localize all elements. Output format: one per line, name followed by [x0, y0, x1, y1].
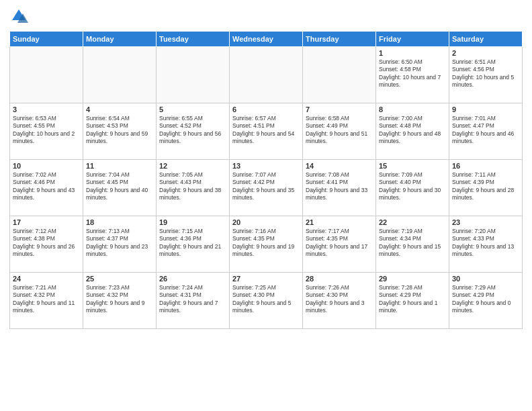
day-number: 9 [452, 105, 519, 113]
day-info: Sunrise: 7:20 AM Sunset: 4:33 PM Dayligh… [452, 228, 519, 259]
day-info: Sunrise: 6:55 AM Sunset: 4:52 PM Dayligh… [159, 115, 226, 146]
day-info: Sunrise: 7:29 AM Sunset: 4:29 PM Dayligh… [452, 284, 519, 315]
day-number: 25 [86, 275, 153, 283]
day-number: 23 [452, 218, 519, 226]
calendar-cell [83, 47, 157, 103]
day-info: Sunrise: 7:17 AM Sunset: 4:35 PM Dayligh… [306, 228, 373, 259]
calendar-cell: 18Sunrise: 7:13 AM Sunset: 4:37 PM Dayli… [83, 216, 157, 273]
calendar-cell: 7Sunrise: 6:58 AM Sunset: 4:49 PM Daylig… [303, 103, 376, 160]
day-number: 24 [13, 275, 80, 283]
calendar-cell: 27Sunrise: 7:25 AM Sunset: 4:30 PM Dayli… [230, 273, 303, 329]
calendar-cell: 15Sunrise: 7:09 AM Sunset: 4:40 PM Dayli… [376, 160, 449, 216]
calendar-week-row: 24Sunrise: 7:21 AM Sunset: 4:32 PM Dayli… [10, 273, 523, 329]
day-number: 14 [306, 162, 373, 170]
day-number: 5 [159, 105, 226, 113]
day-number: 19 [159, 218, 226, 226]
day-number: 2 [452, 49, 519, 57]
day-info: Sunrise: 7:23 AM Sunset: 4:32 PM Dayligh… [86, 284, 153, 315]
calendar-cell: 20Sunrise: 7:16 AM Sunset: 4:35 PM Dayli… [230, 216, 303, 273]
day-info: Sunrise: 7:16 AM Sunset: 4:35 PM Dayligh… [232, 228, 300, 259]
day-number: 7 [306, 105, 373, 113]
day-info: Sunrise: 7:04 AM Sunset: 4:45 PM Dayligh… [86, 171, 153, 202]
day-number: 27 [232, 275, 300, 283]
calendar-day-header: Wednesday [230, 32, 303, 47]
day-info: Sunrise: 7:05 AM Sunset: 4:43 PM Dayligh… [159, 171, 226, 202]
day-info: Sunrise: 7:21 AM Sunset: 4:32 PM Dayligh… [13, 284, 80, 315]
day-info: Sunrise: 7:24 AM Sunset: 4:31 PM Dayligh… [159, 284, 226, 315]
day-number: 28 [306, 275, 373, 283]
day-number: 26 [159, 275, 226, 283]
calendar-cell [303, 47, 376, 103]
calendar-cell [10, 47, 83, 103]
calendar-cell: 9Sunrise: 7:01 AM Sunset: 4:47 PM Daylig… [449, 103, 523, 160]
day-number: 10 [13, 162, 80, 170]
day-number: 30 [452, 275, 519, 283]
calendar-day-header: Thursday [303, 32, 376, 47]
day-number: 15 [379, 162, 446, 170]
calendar-cell: 16Sunrise: 7:11 AM Sunset: 4:39 PM Dayli… [449, 160, 523, 216]
day-info: Sunrise: 7:19 AM Sunset: 4:34 PM Dayligh… [379, 228, 446, 259]
day-number: 22 [379, 218, 446, 226]
day-number: 4 [86, 105, 153, 113]
calendar-header-row: SundayMondayTuesdayWednesdayThursdayFrid… [10, 32, 523, 47]
day-number: 21 [306, 218, 373, 226]
day-info: Sunrise: 6:57 AM Sunset: 4:51 PM Dayligh… [232, 115, 300, 146]
header [9, 7, 523, 26]
calendar-cell: 25Sunrise: 7:23 AM Sunset: 4:32 PM Dayli… [83, 273, 157, 329]
calendar-cell: 12Sunrise: 7:05 AM Sunset: 4:43 PM Dayli… [157, 160, 230, 216]
calendar-cell: 29Sunrise: 7:28 AM Sunset: 4:29 PM Dayli… [376, 273, 449, 329]
day-info: Sunrise: 7:13 AM Sunset: 4:37 PM Dayligh… [86, 228, 153, 259]
day-info: Sunrise: 6:58 AM Sunset: 4:49 PM Dayligh… [306, 115, 373, 146]
calendar-cell: 10Sunrise: 7:02 AM Sunset: 4:46 PM Dayli… [10, 160, 83, 216]
day-info: Sunrise: 7:15 AM Sunset: 4:36 PM Dayligh… [159, 228, 226, 259]
day-number: 8 [379, 105, 446, 113]
calendar-cell: 30Sunrise: 7:29 AM Sunset: 4:29 PM Dayli… [449, 273, 523, 329]
calendar-cell: 2Sunrise: 6:51 AM Sunset: 4:56 PM Daylig… [449, 47, 523, 103]
logo [9, 7, 31, 26]
day-info: Sunrise: 7:26 AM Sunset: 4:30 PM Dayligh… [306, 284, 373, 315]
day-number: 13 [232, 162, 300, 170]
logo-icon [9, 7, 28, 26]
day-info: Sunrise: 7:09 AM Sunset: 4:40 PM Dayligh… [379, 171, 446, 202]
day-info: Sunrise: 7:07 AM Sunset: 4:42 PM Dayligh… [232, 171, 300, 202]
page: SundayMondayTuesdayWednesdayThursdayFrid… [0, 0, 532, 411]
day-number: 6 [232, 105, 300, 113]
day-number: 3 [13, 105, 80, 113]
calendar-day-header: Friday [376, 32, 449, 47]
calendar-cell [157, 47, 230, 103]
day-info: Sunrise: 7:28 AM Sunset: 4:29 PM Dayligh… [379, 284, 446, 315]
calendar-cell: 13Sunrise: 7:07 AM Sunset: 4:42 PM Dayli… [230, 160, 303, 216]
calendar-week-row: 3Sunrise: 6:53 AM Sunset: 4:55 PM Daylig… [10, 103, 523, 160]
calendar-cell: 6Sunrise: 6:57 AM Sunset: 4:51 PM Daylig… [230, 103, 303, 160]
calendar-week-row: 1Sunrise: 6:50 AM Sunset: 4:58 PM Daylig… [10, 47, 523, 103]
day-info: Sunrise: 7:11 AM Sunset: 4:39 PM Dayligh… [452, 171, 519, 202]
calendar-day-header: Tuesday [157, 32, 230, 47]
day-number: 17 [13, 218, 80, 226]
calendar-cell: 21Sunrise: 7:17 AM Sunset: 4:35 PM Dayli… [303, 216, 376, 273]
calendar-cell [230, 47, 303, 103]
calendar-cell: 22Sunrise: 7:19 AM Sunset: 4:34 PM Dayli… [376, 216, 449, 273]
day-number: 29 [379, 275, 446, 283]
day-info: Sunrise: 7:12 AM Sunset: 4:38 PM Dayligh… [13, 228, 80, 259]
day-number: 11 [86, 162, 153, 170]
day-info: Sunrise: 7:08 AM Sunset: 4:41 PM Dayligh… [306, 171, 373, 202]
day-number: 1 [379, 49, 446, 57]
calendar-day-header: Monday [83, 32, 157, 47]
day-info: Sunrise: 7:02 AM Sunset: 4:46 PM Dayligh… [13, 171, 80, 202]
calendar-cell: 14Sunrise: 7:08 AM Sunset: 4:41 PM Dayli… [303, 160, 376, 216]
calendar-cell: 3Sunrise: 6:53 AM Sunset: 4:55 PM Daylig… [10, 103, 83, 160]
day-number: 12 [159, 162, 226, 170]
day-info: Sunrise: 6:54 AM Sunset: 4:53 PM Dayligh… [86, 115, 153, 146]
calendar-cell: 17Sunrise: 7:12 AM Sunset: 4:38 PM Dayli… [10, 216, 83, 273]
calendar-cell: 8Sunrise: 7:00 AM Sunset: 4:48 PM Daylig… [376, 103, 449, 160]
calendar-cell: 4Sunrise: 6:54 AM Sunset: 4:53 PM Daylig… [83, 103, 157, 160]
calendar-table: SundayMondayTuesdayWednesdayThursdayFrid… [9, 31, 523, 329]
calendar-cell: 23Sunrise: 7:20 AM Sunset: 4:33 PM Dayli… [449, 216, 523, 273]
calendar-cell: 1Sunrise: 6:50 AM Sunset: 4:58 PM Daylig… [376, 47, 449, 103]
calendar-week-row: 17Sunrise: 7:12 AM Sunset: 4:38 PM Dayli… [10, 216, 523, 273]
calendar-day-header: Sunday [10, 32, 83, 47]
calendar-cell: 26Sunrise: 7:24 AM Sunset: 4:31 PM Dayli… [157, 273, 230, 329]
day-info: Sunrise: 7:01 AM Sunset: 4:47 PM Dayligh… [452, 115, 519, 146]
calendar-cell: 5Sunrise: 6:55 AM Sunset: 4:52 PM Daylig… [157, 103, 230, 160]
calendar-day-header: Saturday [449, 32, 523, 47]
